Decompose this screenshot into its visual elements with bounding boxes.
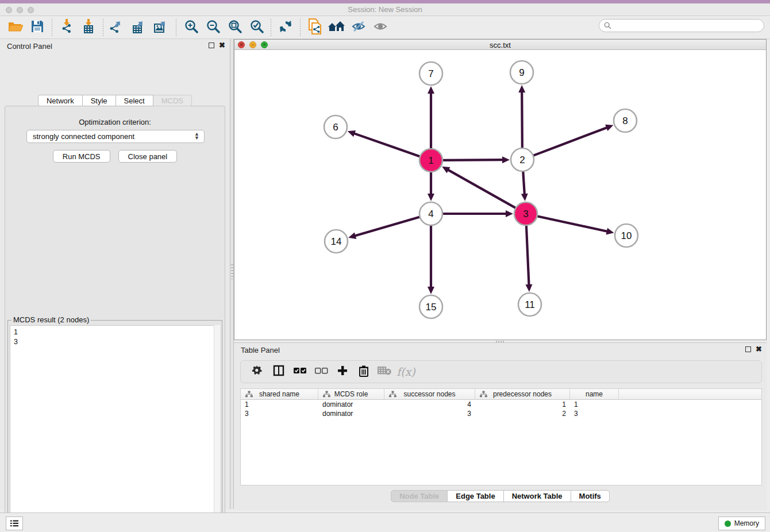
network-canvas[interactable]: 7968124314101511 <box>234 50 766 340</box>
zoom-selected-button[interactable] <box>245 18 267 37</box>
export-table-button[interactable] <box>129 18 151 37</box>
table-row[interactable]: 3dominator323 <box>241 409 761 418</box>
mcds-result-text[interactable]: 1 3 <box>10 325 220 532</box>
node-table: shared nameMCDS rolesuccessor nodesprede… <box>240 388 762 485</box>
mcds-result-legend: MCDS result (2 nodes) <box>11 315 91 324</box>
hierarchy-icon <box>245 391 253 399</box>
list-icon <box>10 519 19 527</box>
import-network-button[interactable] <box>56 18 78 37</box>
zoom-out-button[interactable] <box>202 18 224 37</box>
run-mcds-button[interactable]: Run MCDS <box>53 150 110 163</box>
float-panel-icon[interactable] <box>209 43 214 48</box>
column-header-predecessor-nodes[interactable]: predecessor nodes <box>475 389 570 399</box>
zoom-fit-icon <box>228 20 242 36</box>
column-header-successor-nodes[interactable]: successor nodes <box>384 389 475 399</box>
edge-4-14[interactable] <box>355 217 420 236</box>
clone-network-icon <box>307 18 322 37</box>
mcds-panel: Optimization criterion: strongly connect… <box>5 106 225 532</box>
close-panel-icon[interactable]: ✖ <box>219 43 225 48</box>
criterion-select[interactable]: strongly connected component ▲▼ <box>26 130 205 143</box>
edge-arrow-2-9 <box>518 85 525 92</box>
zoom-fit-button[interactable] <box>224 18 245 37</box>
splitter-grip[interactable] <box>231 264 233 279</box>
delete-column-button[interactable] <box>353 363 374 381</box>
task-history-button[interactable] <box>6 516 23 530</box>
node-label-9: 9 <box>519 67 524 78</box>
hide-selected-icon <box>352 20 365 35</box>
search-field[interactable] <box>599 19 764 32</box>
edge-3-10[interactable] <box>537 216 608 232</box>
show-columns-button[interactable] <box>268 363 289 381</box>
save-session-icon <box>30 20 44 36</box>
node-label-3: 3 <box>523 209 528 219</box>
tab-network[interactable]: Network <box>38 95 83 106</box>
memory-button[interactable]: Memory <box>718 516 765 530</box>
column-header-name[interactable]: name <box>570 389 619 399</box>
toolbar-separator <box>271 19 271 36</box>
edge-2-3[interactable] <box>523 171 525 195</box>
node-label-6: 6 <box>333 122 338 133</box>
tab-style[interactable]: Style <box>83 95 116 106</box>
show-all-button[interactable] <box>369 18 391 37</box>
tab-edge-table[interactable]: Edge Table <box>448 490 503 502</box>
column-header-shared-name[interactable]: shared name <box>241 389 318 399</box>
criterion-value: strongly connected component <box>33 132 134 141</box>
apply-layout-button[interactable] <box>275 18 297 37</box>
edge-2-9[interactable] <box>522 91 522 148</box>
tab-node-table[interactable]: Node Table <box>391 490 448 502</box>
import-table-button[interactable] <box>78 18 99 37</box>
tab-network-table[interactable]: Network Table <box>504 490 571 502</box>
cell-predecessor-nodes: 1 <box>475 400 570 408</box>
export-network-button[interactable] <box>107 18 129 37</box>
function-builder-button[interactable]: f(x) <box>395 363 417 381</box>
tab-mcds[interactable]: MCDS <box>153 95 192 106</box>
edge-3-1[interactable] <box>448 169 516 208</box>
delete-column-icon <box>359 365 369 379</box>
cell-shared-name: 3 <box>241 410 318 418</box>
vertical-splitter[interactable] <box>230 39 234 509</box>
tab-motifs[interactable]: Motifs <box>571 490 610 502</box>
edge-2-8[interactable] <box>533 128 607 156</box>
optimization-criterion-label: Optimization criterion: <box>5 118 225 126</box>
float-table-panel-icon[interactable] <box>745 346 751 352</box>
deselect-all-button[interactable] <box>310 363 332 381</box>
zoom-out-icon <box>206 20 220 36</box>
first-neighbors-button[interactable] <box>326 18 348 37</box>
save-session-button[interactable] <box>26 18 48 37</box>
toolbar-separator <box>103 19 103 36</box>
table-panel: Table Panel ✖ f(x) shared nameMCDS roles… <box>234 342 767 510</box>
search-input[interactable] <box>614 22 764 30</box>
column-header-MCDS-role[interactable]: MCDS role <box>318 389 384 399</box>
edge-arrow-2-3 <box>521 194 528 201</box>
column-label: predecessor nodes <box>493 390 552 398</box>
control-panel-title: Control Panel <box>7 42 52 51</box>
cell-predecessor-nodes: 2 <box>475 410 570 418</box>
open-session-button[interactable] <box>5 18 26 37</box>
toolbar-separator <box>300 19 301 36</box>
zoom-in-button[interactable] <box>180 18 202 37</box>
node-label-10: 10 <box>621 230 632 241</box>
close-panel-button[interactable]: Close panel <box>118 150 178 163</box>
edge-3-11[interactable] <box>526 225 529 286</box>
table-settings-icon <box>252 365 263 379</box>
window-title: Session: New Session <box>0 5 770 14</box>
select-all-button[interactable] <box>289 363 310 381</box>
result-scrollbar[interactable] <box>214 325 220 532</box>
column-label: name <box>586 390 603 398</box>
clone-network-button[interactable] <box>304 18 326 37</box>
delete-table-button[interactable] <box>374 363 395 381</box>
zoom-in-icon <box>184 20 198 36</box>
add-column-button[interactable] <box>332 363 353 381</box>
tab-select[interactable]: Select <box>116 95 153 106</box>
edge-1-6[interactable] <box>353 133 420 157</box>
toolbar-separator <box>176 19 176 36</box>
edge-arrow-3-11 <box>525 284 532 292</box>
apply-layout-icon <box>279 20 292 36</box>
table-row[interactable]: 1dominator411 <box>241 400 761 409</box>
table-settings-button[interactable] <box>247 363 268 381</box>
network-window-titlebar[interactable]: ✕ − + scc.txt <box>234 40 766 50</box>
close-table-panel-icon[interactable]: ✖ <box>756 346 762 352</box>
hide-selected-button[interactable] <box>348 18 369 37</box>
export-image-button[interactable] <box>151 18 172 37</box>
edge-1-2[interactable] <box>442 160 503 160</box>
